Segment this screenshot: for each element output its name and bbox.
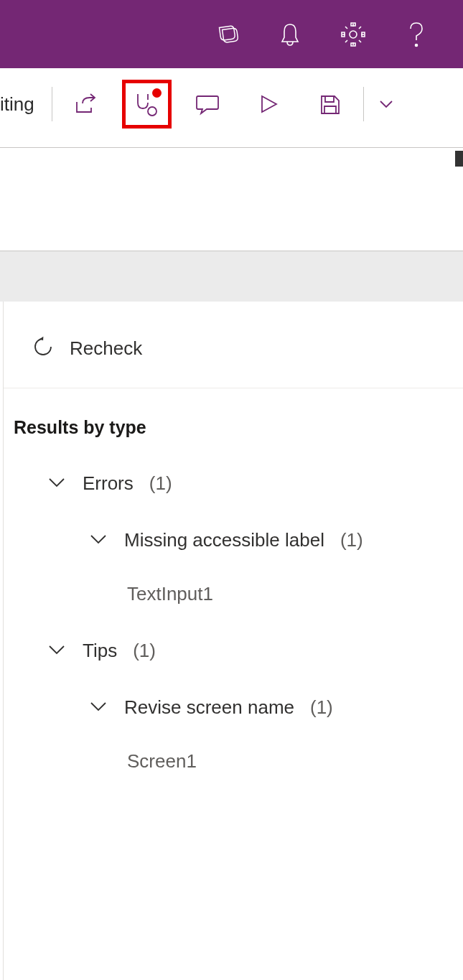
chevron-down-icon [47,475,67,493]
item-label: TextInput1 [127,583,213,605]
preview-button[interactable] [238,81,299,127]
subgroup-count: (1) [310,696,333,719]
chevron-down-icon [47,643,67,660]
command-toolbar: iting [0,68,463,140]
toolbar-separator [363,87,364,121]
chevron-down-icon [88,532,108,549]
recheck-label: Recheck [70,337,142,360]
help-icon[interactable] [402,20,431,49]
app-header [0,0,463,68]
formula-bar[interactable] [0,147,463,251]
item-label: Screen1 [127,750,197,772]
toolbar-separator [52,87,52,121]
notifications-icon[interactable] [276,20,304,49]
subgroup-revise-screen-name[interactable]: Revise screen name (1) [4,662,463,719]
save-chevron-button[interactable] [367,81,406,127]
save-button[interactable] [299,81,360,127]
group-tips[interactable]: Tips (1) [4,605,463,662]
recheck-button[interactable]: Recheck [4,336,463,388]
group-label: Tips [83,640,117,662]
group-count: (1) [149,472,172,495]
subgroup-label: Revise screen name [124,696,294,719]
subgroup-label: Missing accessible label [124,529,324,551]
subgroup-count: (1) [340,529,363,551]
app-checker-panel: Recheck Results by type Errors (1) Missi… [3,302,463,980]
subgroup-missing-accessible-label[interactable]: Missing accessible label (1) [4,495,463,551]
group-errors[interactable]: Errors (1) [4,438,463,495]
comments-button[interactable] [177,81,238,127]
share-button[interactable] [55,81,116,127]
settings-icon[interactable] [339,20,368,49]
svg-point-1 [416,44,418,46]
result-item[interactable]: Screen1 [4,719,463,773]
notification-dot-icon [152,88,162,98]
group-label: Errors [83,472,134,495]
chevron-down-icon [88,699,108,717]
canvas-strip [0,251,463,302]
app-checker-button[interactable] [116,81,177,127]
results-heading: Results by type [4,388,463,438]
copilot-icon[interactable] [212,20,241,49]
editing-mode-label[interactable]: iting [0,93,49,116]
group-count: (1) [133,640,156,662]
result-item[interactable]: TextInput1 [4,551,463,605]
svg-point-2 [148,107,156,116]
svg-point-0 [350,31,357,38]
refresh-icon [32,336,54,360]
